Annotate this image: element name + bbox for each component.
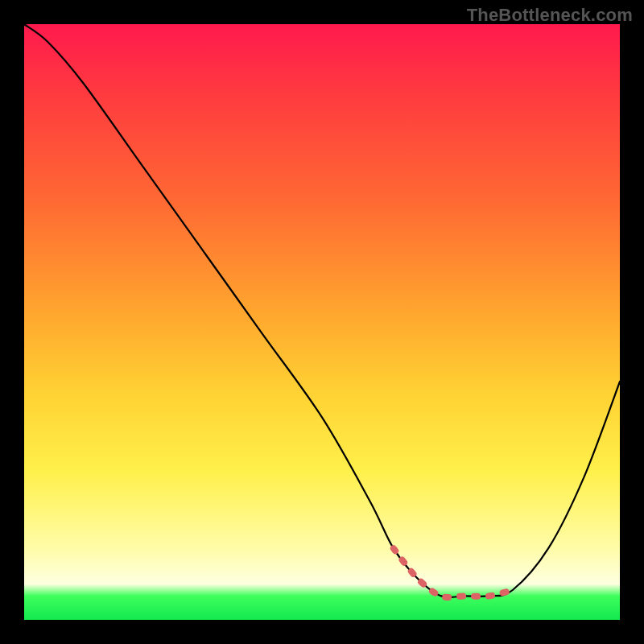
chart-plot-area — [24, 24, 620, 620]
chart-frame: TheBottleneck.com — [0, 0, 644, 644]
watermark-text: TheBottleneck.com — [467, 5, 633, 26]
bottleneck-curve-path — [24, 24, 620, 597]
optimal-range-path — [394, 548, 513, 597]
chart-svg — [24, 24, 620, 620]
